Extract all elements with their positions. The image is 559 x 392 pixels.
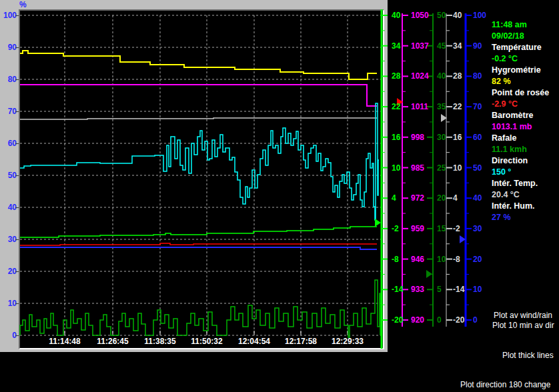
wind-kmh-axis-label: 50: [437, 11, 446, 19]
option-plot-10min-av-dir[interactable]: Plot 10 min av dir: [492, 321, 552, 330]
humidity-pct-axis-label: 20: [473, 255, 482, 263]
option-plot-direction-180-change[interactable]: Plot direction 180 change: [460, 380, 550, 389]
barometer-mb-axis-label: 946: [411, 255, 424, 263]
temperature-c-axis-label: -14: [392, 285, 403, 293]
humidity-pct-axis-label: 100: [473, 11, 486, 19]
humidity-pct-axis-label: 90: [473, 42, 482, 50]
indoor-temp-c-axis-label: 10: [453, 164, 462, 172]
temperature-c-axis-label: 16: [392, 133, 400, 141]
wind-kmh-axis-label: 15: [437, 225, 446, 233]
wind-kmh-axis-label: 10: [437, 255, 446, 263]
current-time: 11:48 am: [492, 19, 558, 31]
indoor-temp-c-axis-label: 16: [453, 133, 462, 141]
option-plot-thick-lines[interactable]: Plot thick lines: [502, 351, 554, 360]
indoor-temp-c-axis-label: -8: [453, 255, 460, 263]
gust-pointer: [426, 270, 432, 278]
indoor-temp-c-axis-label: 4: [453, 194, 458, 202]
wind-kmh-axis-label: 25: [437, 164, 446, 172]
trace-direction: [20, 103, 379, 220]
wind-kmh-axis-label: 35: [437, 103, 446, 111]
wind-kmh-axis-label: 5: [437, 285, 442, 293]
barometer-mb-axis-label: 933: [411, 285, 424, 293]
trace-hygrometrie-ext: [20, 51, 377, 79]
temperature-c-axis-label: 4: [392, 194, 396, 202]
reading-value-dew-point: -2.9 °C: [492, 99, 558, 110]
humidity-pct-axis-label: 50: [473, 164, 482, 172]
temperature-c-axis-label: -20: [392, 316, 403, 324]
wind-kmh-axis-label: 40: [437, 72, 446, 80]
wind-kmh-axis-label: 20: [437, 194, 446, 202]
barometer-mb-axis-label: 959: [411, 225, 424, 233]
temperature-pointer: [375, 219, 381, 227]
barometer-mb-axis-label: 1050: [411, 11, 429, 19]
temperature-c-axis-label: 40: [392, 11, 400, 19]
reading-value-barometer: 1013.1 mb: [492, 121, 558, 133]
barometer-mb-axis-label: 1037: [411, 42, 429, 50]
temperature-c-axis-label: -8: [392, 255, 399, 263]
reading-value-temperature: -0.2 °C: [492, 53, 558, 65]
reading-value-indoor-temp: 20.4 °C: [492, 189, 558, 201]
trace-point-de-rosee: [20, 243, 377, 245]
humidity-pct-axis-label: 70: [473, 103, 482, 111]
humidity-pct-axis-label: 80: [473, 72, 482, 80]
weather-display-app: % 1009080706050403020100 11:14:4811:26:4…: [0, 0, 559, 392]
reading-label-dew-point: Point de rosée: [492, 87, 558, 99]
wind-kmh-axis-label: 0: [437, 316, 442, 324]
readings-panel: 11:48 am 09/02/18 Température-0.2 °CHygr…: [492, 19, 558, 223]
barometer-mb-axis-label: 998: [411, 133, 424, 141]
humidity-pct-axis-label: 10: [473, 285, 482, 293]
indoor-temp-c-axis-label: -20: [453, 316, 464, 324]
trace-temperature: [20, 227, 377, 237]
option-plot-av-wind-rain[interactable]: Plot av wind/rain: [494, 311, 554, 320]
temperature-c-axis-label: -2: [392, 225, 399, 233]
indoor-temp-c-axis-label: 28: [453, 72, 462, 80]
indoor-temp-c-axis-label: -14: [453, 285, 464, 293]
wind-kmh-axis-label: 45: [437, 42, 446, 50]
current-date: 09/02/18: [492, 31, 558, 42]
trace-interieur-hum: [20, 247, 377, 249]
reading-value-hygrometrie: 82 %: [492, 76, 558, 87]
indoor-temp-c-axis-label: 22: [453, 103, 462, 111]
indoor-temp-c-axis-label: 40: [453, 11, 462, 19]
humidity-pct-axis-label: 30: [473, 225, 482, 233]
temperature-c-axis-label: 22: [392, 103, 400, 111]
humidity-pct-axis-label: 40: [473, 194, 482, 202]
temperature-c-axis-label: 34: [392, 42, 400, 50]
temperature-c-axis-label: 28: [392, 72, 400, 80]
barometer-mb-axis-label: 1011: [411, 103, 428, 111]
reading-value-gust: 11.1 kmh: [492, 144, 558, 155]
trace-interieur-temp: [20, 118, 377, 119]
reading-label-direction: Direction: [492, 155, 558, 167]
humidity-pct-axis-label: 0: [473, 316, 478, 324]
wind-kmh-axis-label: 30: [437, 133, 446, 141]
reading-value-direction: 150 °: [492, 167, 558, 178]
reading-label-gust: Rafale: [492, 133, 558, 144]
reading-label-temperature: Température: [492, 42, 558, 53]
reading-label-indoor-temp: Intér. Temp.: [492, 178, 558, 189]
barometer-mb-axis-label: 985: [411, 164, 424, 172]
barometer-mb-axis-label: 1024: [411, 72, 429, 80]
reading-label-hygrometrie: Hygrométrie: [492, 65, 558, 76]
reading-label-barometer: Baromètre: [492, 110, 558, 121]
reading-value-indoor-humidity: 27 %: [492, 212, 558, 223]
trace-vent: [20, 280, 380, 337]
temperature-c-axis-label: 10: [392, 164, 400, 172]
barometer-mb-axis-label: 920: [411, 316, 424, 324]
humidity-pct-axis-label: 60: [473, 133, 482, 141]
reading-label-indoor-humidity: Intér. Hum.: [492, 201, 558, 212]
indoor-temp-c-axis-label: -2: [453, 225, 460, 233]
barometer-mb-axis-label: 972: [411, 194, 424, 202]
trace-barometre: [20, 85, 377, 106]
indoor-temp-c-axis-label: 34: [453, 42, 462, 50]
